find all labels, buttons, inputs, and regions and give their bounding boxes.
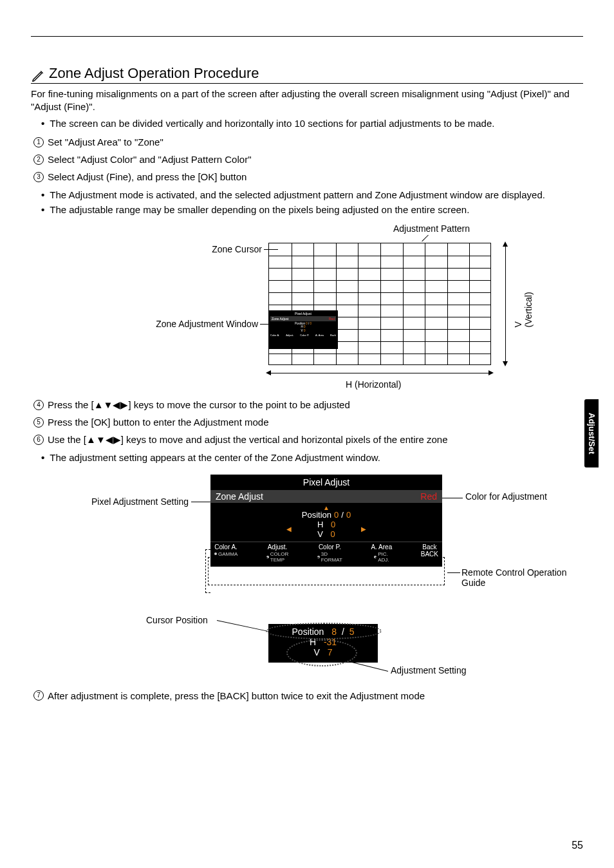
osd-h-val: 0 xyxy=(331,520,335,529)
bullet-item: The Adjustment mode is activated, and th… xyxy=(41,188,583,203)
mini-osd-v-label: V xyxy=(301,329,303,332)
osd-color-text: Red xyxy=(420,491,437,502)
dotted-highlight-cursor-position xyxy=(266,623,382,639)
osd-footer-label: Back xyxy=(422,543,436,551)
step-text: Select Adjust (Fine), and press the [OK]… xyxy=(48,168,247,185)
label-adjustment-setting: Adjustment Setting xyxy=(391,665,467,675)
arrow-left-icon xyxy=(266,370,271,375)
step-6-suffix: ] keys to move and adjust the vertical a… xyxy=(121,434,448,445)
bullet-list-1: The screen can be divided vertically and… xyxy=(31,117,583,131)
arrow-keys-icon: ▲▼◀▶ xyxy=(86,434,121,445)
osd-title: Pixel Adjust xyxy=(210,475,442,490)
mini-osd-pos-x: 0 xyxy=(306,322,308,325)
steps-4-6: 4 Press the [▲▼◀▶] keys to move the curs… xyxy=(31,396,583,448)
mini-osd-footer: Back xyxy=(330,334,336,337)
step-number: 1 xyxy=(33,137,44,147)
step-text: After adjustment is complete, press the … xyxy=(48,687,425,704)
intro-text: For fine-tuning misalignments on a part … xyxy=(31,88,583,114)
step-number: 7 xyxy=(33,690,44,701)
h-axis-line xyxy=(270,373,490,373)
bullet-list-2: The Adjustment mode is activated, and th… xyxy=(31,188,583,217)
page-number: 55 xyxy=(572,840,583,851)
step-6-prefix: Use the [ xyxy=(48,434,86,445)
mini-osd-title: Pixel Adjust xyxy=(270,312,336,316)
step-text: Press the [▲▼◀▶] keys to move the cursor… xyxy=(48,396,350,413)
osd-pos-y: 0 xyxy=(346,510,351,520)
leader-line xyxy=(217,620,271,632)
osd-panel: Pixel Adjust Zone Adjust Red ▲ Position … xyxy=(210,475,442,567)
osd-h-label: H xyxy=(317,520,323,529)
side-tab-adjust-set: Adjust/Set xyxy=(584,399,599,467)
leader-line xyxy=(447,572,460,573)
label-zone-adjust-window: Zone Adjustment Window xyxy=(129,319,258,329)
arrow-right-icon: ▶ xyxy=(361,525,366,533)
step-4-suffix: ] keys to move the cursor to the point t… xyxy=(128,399,349,410)
heading-text: Zone Adjust Operation Procedure xyxy=(49,65,259,82)
step-number: 5 xyxy=(33,417,44,428)
mini-osd-zone-adjust: Zone Adjust xyxy=(272,317,288,321)
osd-position-block: ▲ Position 0/ 0 ◀ H 0 V 0 ▶ xyxy=(210,503,442,542)
mini-osd-position-label: Position xyxy=(295,322,305,325)
osd-footer-sub: GAMMA xyxy=(218,551,237,557)
figure-osd-diagram: Pixel Adjustment Setting Color for Adjus… xyxy=(62,471,552,606)
osd-position-label: Position xyxy=(302,510,331,520)
leader-line xyxy=(260,324,269,325)
osd-footer-label: A. Area xyxy=(371,543,392,551)
label-remote-control-guide: Remote Control Operation Guide xyxy=(461,567,571,588)
step-number: 2 xyxy=(33,155,44,165)
dashed-bracket xyxy=(205,549,210,593)
step-number: 4 xyxy=(33,400,44,410)
step-number: 6 xyxy=(33,435,44,445)
label-pixel-adjustment-setting: Pixel Adjustment Setting xyxy=(79,496,189,507)
step-text: Select "Adjust Color" and "Adjust Patter… xyxy=(48,151,251,168)
mini-osd: Pixel Adjust Zone Adjust Red Position 0 … xyxy=(268,310,338,349)
osd-v-label: V xyxy=(317,529,323,539)
mini-osd-footer: A. Area xyxy=(315,334,324,337)
osd-pos-x: 0 xyxy=(334,510,339,520)
pencil-icon xyxy=(31,69,45,83)
label-zone-cursor: Zone Cursor xyxy=(191,244,262,254)
label-adjustment-pattern: Adjustment Pattern xyxy=(393,223,470,234)
osd-zone-adjust-text: Zone Adjust xyxy=(216,491,263,502)
section-heading: Zone Adjust Operation Procedure xyxy=(31,65,583,84)
mini-osd-h-val: 0 xyxy=(304,325,306,328)
step-4-prefix: Press the [ xyxy=(48,399,94,410)
steps-1-3: 1Set "Adjust Area" to "Zone" 2Select "Ad… xyxy=(31,133,583,185)
osd-footer-label: Adjust. xyxy=(268,543,288,551)
label-v-axis: V (Vertical) xyxy=(513,292,534,327)
step-7: 7After adjustment is complete, press the… xyxy=(31,687,583,704)
mini-osd-pos-y: 0 xyxy=(310,322,312,325)
arrow-keys-icon: ▲▼◀▶ xyxy=(94,399,129,410)
label-cursor-position: Cursor Position xyxy=(146,615,208,625)
step-number: 3 xyxy=(33,172,44,182)
mini-osd-h-label: H xyxy=(301,325,302,328)
dotted-highlight-adjustment-setting xyxy=(286,639,357,666)
osd-v-val: 0 xyxy=(331,529,335,539)
leader-line xyxy=(191,502,210,502)
step-text: Press the [OK] button to enter the Adjus… xyxy=(48,413,269,431)
osd-footer-label: Color A. xyxy=(214,543,237,551)
header-rule xyxy=(31,36,583,37)
osd-footer-label: Color P. xyxy=(319,543,341,551)
v-axis-line xyxy=(505,245,506,363)
mini-osd-footer: Adjust. xyxy=(286,334,293,337)
arrow-left-icon: ◀ xyxy=(286,525,292,533)
zone-cursor-cell xyxy=(269,243,292,256)
mini-osd-v-val: 0 xyxy=(304,329,306,332)
arrow-up-icon xyxy=(503,241,508,247)
bullet-item: The adjustment setting appears at the ce… xyxy=(41,451,583,466)
step-text: Set "Adjust Area" to "Zone" xyxy=(48,133,163,151)
mini-osd-footer: Color P. xyxy=(300,334,309,337)
figure-grid-diagram: Adjustment Pattern Zone Cursor Zone Adju… xyxy=(75,223,539,391)
dashed-highlight-footer xyxy=(208,557,445,585)
bullet-list-3: The adjustment setting appears at the ce… xyxy=(31,451,583,466)
bullet-item: The screen can be divided vertically and… xyxy=(41,117,583,131)
arrow-down-icon xyxy=(503,361,508,366)
label-h-axis: H (Horizontal) xyxy=(346,379,401,390)
mini-osd-color: Red xyxy=(329,317,335,321)
bullet-item: The adjustable range may be smaller depe… xyxy=(41,203,583,218)
figure-cursor-position: Cursor Position Adjustment Setting Posit… xyxy=(62,611,552,682)
arrow-right-icon xyxy=(488,370,494,375)
mini-osd-footer: Color A. xyxy=(270,334,279,337)
label-color-for-adjustment: Color for Adjustment xyxy=(465,491,547,502)
